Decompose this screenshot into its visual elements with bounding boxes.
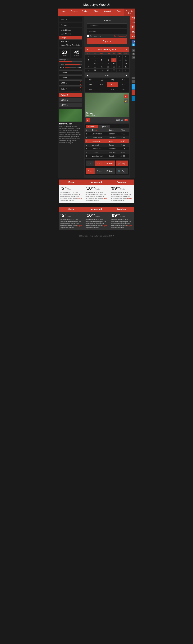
heart-icon[interactable]: ♥	[124, 94, 128, 98]
cal-day[interactable]: 25	[123, 65, 129, 68]
cal-day[interactable]: 1	[117, 68, 123, 72]
month-cell[interactable]: FEB	[96, 78, 107, 82]
nav-about[interactable]: About	[91, 8, 102, 16]
nav-contact[interactable]: Contact	[102, 8, 113, 16]
button-5[interactable]: Button	[86, 168, 95, 174]
key-icon[interactable]: 🔑	[124, 99, 128, 103]
month-cell[interactable]: APR	[118, 78, 129, 82]
right-item-music[interactable]: Music	[130, 30, 135, 34]
table-row[interactable]: 7 Lobortis Deactive $0.99	[85, 150, 129, 154]
right-item-electronics[interactable]: Electronics	[130, 25, 135, 30]
tweet-button[interactable]: Tweet	[132, 44, 135, 46]
spinner-down-2[interactable]: ▼	[79, 89, 82, 91]
password-input[interactable]	[87, 29, 127, 34]
cal-day[interactable]: 29	[105, 68, 111, 72]
button-4[interactable]: 🛒 Buy	[116, 160, 128, 166]
play-button[interactable]: ▶	[86, 118, 90, 122]
list-item[interactable]: Latin America	[59, 32, 82, 36]
month-cell[interactable]: JUN	[96, 82, 107, 87]
month-cell[interactable]: MAR	[107, 78, 118, 82]
cal-day[interactable]: 28	[98, 68, 105, 72]
show-password-checkbox[interactable]	[87, 35, 89, 37]
month-cell[interactable]: OCT	[96, 87, 107, 92]
video-progress-bar[interactable]	[91, 120, 115, 120]
list-item[interactable]: Africa, Middle East, India	[59, 43, 82, 47]
cal-day-today[interactable]: 9	[111, 58, 116, 62]
list-item[interactable]: Asia Pacific	[59, 40, 82, 43]
cal-day[interactable]: 17	[117, 62, 123, 65]
button-6[interactable]: Button	[95, 168, 104, 174]
button-7[interactable]: Button	[104, 168, 115, 174]
cal-day[interactable]: 30	[92, 55, 98, 58]
cal-day[interactable]: 2	[123, 68, 129, 72]
list-item[interactable]: United States	[59, 28, 82, 32]
cal-day[interactable]: 30	[111, 68, 116, 72]
month-cell[interactable]: MAY	[85, 82, 96, 87]
table-row[interactable]: 3 Nonummy Active $0.78	[85, 140, 129, 143]
nav-services[interactable]: Services	[69, 8, 80, 16]
progress-thumb[interactable]	[78, 64, 80, 65]
month-cell[interactable]: NOV	[107, 87, 118, 92]
cal-day[interactable]: 20	[92, 65, 98, 68]
month-cell[interactable]: SEP	[85, 87, 96, 92]
cal-day[interactable]: 12	[85, 62, 92, 65]
col-header-num[interactable]: # ⇅	[85, 128, 91, 132]
cal-day[interactable]: 31	[98, 55, 105, 58]
year-cal-prev[interactable]: ◄	[87, 74, 89, 77]
volume-button[interactable]: 🔊	[121, 119, 124, 121]
year-cal-next[interactable]: ►	[125, 74, 127, 77]
nav-shop[interactable]: Shop On-line	[124, 8, 135, 16]
fullscreen-button[interactable]: ⛶	[125, 119, 128, 121]
option-item[interactable]: Option 2	[59, 98, 82, 102]
spinner-down-1[interactable]: ▼	[79, 83, 82, 85]
signin-button[interactable]: Sign In	[87, 38, 127, 44]
option-item[interactable]: Option 3	[59, 102, 82, 107]
cal-day[interactable]: 24	[117, 65, 123, 68]
right-item-software[interactable]: Software	[130, 20, 135, 25]
table-row[interactable]: 2 Consectetuer Deactive $1.99	[85, 136, 129, 140]
month-cell-active[interactable]: JUL	[107, 82, 118, 87]
cal-day[interactable]: 8	[105, 58, 111, 62]
cal-day[interactable]: 16	[111, 62, 116, 65]
cal-day[interactable]: 13	[92, 62, 98, 65]
range-track[interactable]	[65, 68, 76, 68]
month-cell[interactable]: DEC	[118, 87, 129, 92]
cal-day[interactable]: 15	[105, 62, 111, 65]
button-2[interactable]: Button	[95, 160, 104, 166]
cal-day[interactable]: 26	[85, 68, 92, 72]
table-row[interactable]: 5 Euismod Deactive $9.99	[85, 143, 129, 147]
cal-day[interactable]: 6	[92, 58, 98, 62]
cal-day[interactable]: 18	[123, 62, 129, 65]
cal-prev[interactable]: ◄	[87, 48, 89, 51]
youtube-icon-button[interactable]: ▶	[132, 90, 135, 95]
tab-option2[interactable]: Option 2	[98, 125, 110, 128]
col-header-title[interactable]: Title ⇅	[91, 128, 108, 132]
tool-icon-5[interactable]: ✓	[132, 80, 135, 82]
cal-day[interactable]: 19	[85, 65, 92, 68]
table-row[interactable]: 8 Vulputate velit Deactive $0.99	[85, 154, 129, 158]
cal-day[interactable]: 22	[105, 65, 111, 68]
spinner-up-1[interactable]: ▲	[79, 81, 82, 83]
cal-day[interactable]: 21	[98, 65, 105, 68]
progress-track[interactable]	[65, 64, 82, 65]
text-input-1[interactable]	[59, 70, 82, 75]
button-3[interactable]: Button	[104, 160, 115, 166]
like-button[interactable]: Like It	[132, 40, 135, 43]
cal-day[interactable]: 4	[123, 55, 129, 58]
cal-day[interactable]: 29	[85, 55, 92, 58]
col-header-status[interactable]: Status ▼	[108, 128, 120, 132]
month-cell[interactable]: AUG	[118, 82, 129, 87]
cal-day[interactable]: 11	[123, 58, 129, 62]
cal-day[interactable]: 23	[111, 65, 116, 68]
linkedin-icon-button[interactable]: in	[132, 96, 135, 101]
table-row[interactable]: 1 Lorem Ipsum Deactive $0.99	[85, 132, 129, 136]
tab-option1[interactable]: Option 1	[86, 125, 98, 128]
text-input-2[interactable]	[59, 76, 82, 80]
nav-blog[interactable]: Blog	[113, 8, 124, 16]
cal-day[interactable]: 7	[98, 58, 105, 62]
search-input[interactable]	[59, 18, 86, 22]
spinner-up-2[interactable]: ▲	[79, 86, 82, 89]
cal-next[interactable]: ►	[125, 48, 127, 51]
month-cell[interactable]: JAN	[85, 78, 96, 82]
username-input[interactable]	[87, 23, 127, 28]
